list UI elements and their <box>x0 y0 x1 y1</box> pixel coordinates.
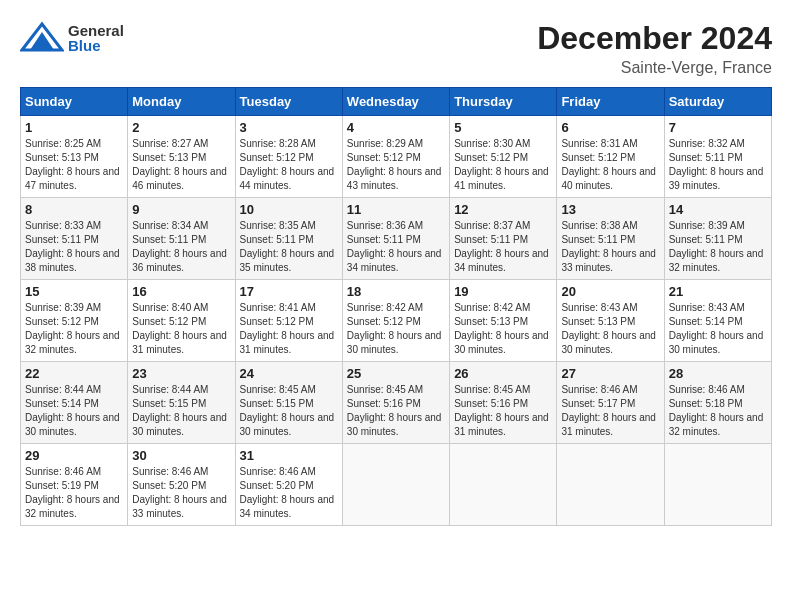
calendar-cell: 16Sunrise: 8:40 AMSunset: 5:12 PMDayligh… <box>128 280 235 362</box>
calendar-cell: 23Sunrise: 8:44 AMSunset: 5:15 PMDayligh… <box>128 362 235 444</box>
calendar-day-header: Wednesday <box>342 88 449 116</box>
day-info: Sunrise: 8:42 AMSunset: 5:13 PMDaylight:… <box>454 301 552 357</box>
calendar-cell: 10Sunrise: 8:35 AMSunset: 5:11 PMDayligh… <box>235 198 342 280</box>
calendar-cell: 2Sunrise: 8:27 AMSunset: 5:13 PMDaylight… <box>128 116 235 198</box>
calendar-cell: 29Sunrise: 8:46 AMSunset: 5:19 PMDayligh… <box>21 444 128 526</box>
day-number: 6 <box>561 120 659 135</box>
day-info: Sunrise: 8:30 AMSunset: 5:12 PMDaylight:… <box>454 137 552 193</box>
day-info: Sunrise: 8:34 AMSunset: 5:11 PMDaylight:… <box>132 219 230 275</box>
day-number: 26 <box>454 366 552 381</box>
day-info: Sunrise: 8:46 AMSunset: 5:18 PMDaylight:… <box>669 383 767 439</box>
calendar-cell: 9Sunrise: 8:34 AMSunset: 5:11 PMDaylight… <box>128 198 235 280</box>
day-info: Sunrise: 8:40 AMSunset: 5:12 PMDaylight:… <box>132 301 230 357</box>
calendar-cell: 4Sunrise: 8:29 AMSunset: 5:12 PMDaylight… <box>342 116 449 198</box>
calendar-cell: 14Sunrise: 8:39 AMSunset: 5:11 PMDayligh… <box>664 198 771 280</box>
day-info: Sunrise: 8:44 AMSunset: 5:14 PMDaylight:… <box>25 383 123 439</box>
day-info: Sunrise: 8:31 AMSunset: 5:12 PMDaylight:… <box>561 137 659 193</box>
calendar-cell <box>342 444 449 526</box>
calendar-week-row: 8Sunrise: 8:33 AMSunset: 5:11 PMDaylight… <box>21 198 772 280</box>
day-number: 18 <box>347 284 445 299</box>
day-number: 24 <box>240 366 338 381</box>
calendar-body: 1Sunrise: 8:25 AMSunset: 5:13 PMDaylight… <box>21 116 772 526</box>
day-number: 2 <box>132 120 230 135</box>
calendar-day-header: Sunday <box>21 88 128 116</box>
calendar-table: SundayMondayTuesdayWednesdayThursdayFrid… <box>20 87 772 526</box>
day-info: Sunrise: 8:46 AMSunset: 5:20 PMDaylight:… <box>132 465 230 521</box>
day-number: 16 <box>132 284 230 299</box>
day-number: 21 <box>669 284 767 299</box>
page-header: General Blue December 2024 Sainte-Verge,… <box>20 20 772 77</box>
calendar-cell: 18Sunrise: 8:42 AMSunset: 5:12 PMDayligh… <box>342 280 449 362</box>
calendar-cell: 30Sunrise: 8:46 AMSunset: 5:20 PMDayligh… <box>128 444 235 526</box>
day-number: 27 <box>561 366 659 381</box>
month-title: December 2024 <box>537 20 772 57</box>
day-number: 10 <box>240 202 338 217</box>
day-number: 22 <box>25 366 123 381</box>
calendar-cell: 22Sunrise: 8:44 AMSunset: 5:14 PMDayligh… <box>21 362 128 444</box>
calendar-cell: 21Sunrise: 8:43 AMSunset: 5:14 PMDayligh… <box>664 280 771 362</box>
calendar-cell <box>450 444 557 526</box>
calendar-day-header: Saturday <box>664 88 771 116</box>
calendar-day-header: Monday <box>128 88 235 116</box>
logo-text: General Blue <box>68 23 124 53</box>
calendar-cell: 15Sunrise: 8:39 AMSunset: 5:12 PMDayligh… <box>21 280 128 362</box>
calendar-cell: 31Sunrise: 8:46 AMSunset: 5:20 PMDayligh… <box>235 444 342 526</box>
day-info: Sunrise: 8:28 AMSunset: 5:12 PMDaylight:… <box>240 137 338 193</box>
day-number: 12 <box>454 202 552 217</box>
day-number: 19 <box>454 284 552 299</box>
day-number: 5 <box>454 120 552 135</box>
calendar-header-row: SundayMondayTuesdayWednesdayThursdayFrid… <box>21 88 772 116</box>
day-number: 29 <box>25 448 123 463</box>
day-info: Sunrise: 8:45 AMSunset: 5:16 PMDaylight:… <box>347 383 445 439</box>
day-info: Sunrise: 8:41 AMSunset: 5:12 PMDaylight:… <box>240 301 338 357</box>
day-number: 7 <box>669 120 767 135</box>
logo-icon <box>20 20 64 56</box>
calendar-cell <box>664 444 771 526</box>
day-info: Sunrise: 8:45 AMSunset: 5:15 PMDaylight:… <box>240 383 338 439</box>
day-number: 25 <box>347 366 445 381</box>
calendar-cell: 27Sunrise: 8:46 AMSunset: 5:17 PMDayligh… <box>557 362 664 444</box>
day-number: 17 <box>240 284 338 299</box>
day-info: Sunrise: 8:39 AMSunset: 5:12 PMDaylight:… <box>25 301 123 357</box>
day-number: 30 <box>132 448 230 463</box>
day-info: Sunrise: 8:43 AMSunset: 5:13 PMDaylight:… <box>561 301 659 357</box>
calendar-cell: 24Sunrise: 8:45 AMSunset: 5:15 PMDayligh… <box>235 362 342 444</box>
calendar-cell: 6Sunrise: 8:31 AMSunset: 5:12 PMDaylight… <box>557 116 664 198</box>
day-info: Sunrise: 8:37 AMSunset: 5:11 PMDaylight:… <box>454 219 552 275</box>
day-info: Sunrise: 8:46 AMSunset: 5:19 PMDaylight:… <box>25 465 123 521</box>
calendar-cell: 3Sunrise: 8:28 AMSunset: 5:12 PMDaylight… <box>235 116 342 198</box>
calendar-cell <box>557 444 664 526</box>
calendar-cell: 25Sunrise: 8:45 AMSunset: 5:16 PMDayligh… <box>342 362 449 444</box>
calendar-cell: 5Sunrise: 8:30 AMSunset: 5:12 PMDaylight… <box>450 116 557 198</box>
day-info: Sunrise: 8:39 AMSunset: 5:11 PMDaylight:… <box>669 219 767 275</box>
day-info: Sunrise: 8:25 AMSunset: 5:13 PMDaylight:… <box>25 137 123 193</box>
calendar-week-row: 29Sunrise: 8:46 AMSunset: 5:19 PMDayligh… <box>21 444 772 526</box>
day-info: Sunrise: 8:35 AMSunset: 5:11 PMDaylight:… <box>240 219 338 275</box>
day-info: Sunrise: 8:46 AMSunset: 5:17 PMDaylight:… <box>561 383 659 439</box>
calendar-cell: 13Sunrise: 8:38 AMSunset: 5:11 PMDayligh… <box>557 198 664 280</box>
calendar-cell: 12Sunrise: 8:37 AMSunset: 5:11 PMDayligh… <box>450 198 557 280</box>
calendar-cell: 19Sunrise: 8:42 AMSunset: 5:13 PMDayligh… <box>450 280 557 362</box>
calendar-day-header: Friday <box>557 88 664 116</box>
day-number: 28 <box>669 366 767 381</box>
day-info: Sunrise: 8:27 AMSunset: 5:13 PMDaylight:… <box>132 137 230 193</box>
day-number: 15 <box>25 284 123 299</box>
day-number: 9 <box>132 202 230 217</box>
day-info: Sunrise: 8:29 AMSunset: 5:12 PMDaylight:… <box>347 137 445 193</box>
logo: General Blue <box>20 20 124 56</box>
day-info: Sunrise: 8:42 AMSunset: 5:12 PMDaylight:… <box>347 301 445 357</box>
day-info: Sunrise: 8:32 AMSunset: 5:11 PMDaylight:… <box>669 137 767 193</box>
day-number: 13 <box>561 202 659 217</box>
calendar-week-row: 1Sunrise: 8:25 AMSunset: 5:13 PMDaylight… <box>21 116 772 198</box>
day-info: Sunrise: 8:33 AMSunset: 5:11 PMDaylight:… <box>25 219 123 275</box>
location: Sainte-Verge, France <box>537 59 772 77</box>
calendar-cell: 1Sunrise: 8:25 AMSunset: 5:13 PMDaylight… <box>21 116 128 198</box>
day-info: Sunrise: 8:36 AMSunset: 5:11 PMDaylight:… <box>347 219 445 275</box>
calendar-day-header: Thursday <box>450 88 557 116</box>
day-number: 11 <box>347 202 445 217</box>
day-number: 23 <box>132 366 230 381</box>
calendar-cell: 28Sunrise: 8:46 AMSunset: 5:18 PMDayligh… <box>664 362 771 444</box>
day-number: 31 <box>240 448 338 463</box>
day-number: 14 <box>669 202 767 217</box>
day-info: Sunrise: 8:38 AMSunset: 5:11 PMDaylight:… <box>561 219 659 275</box>
